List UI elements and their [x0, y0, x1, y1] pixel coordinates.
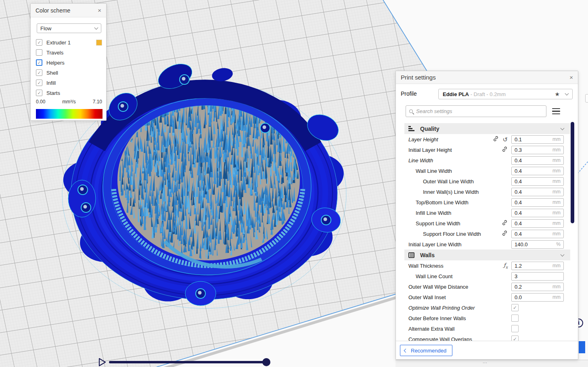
setting-value-field[interactable]: 1.2mm	[511, 262, 564, 270]
setting-row-optimize-wall-printing-order: Optimize Wall Printing Order✓	[404, 302, 570, 313]
close-icon[interactable]: ×	[569, 74, 573, 80]
legend-checkbox[interactable]: ✓	[36, 69, 42, 76]
recommended-button[interactable]: Recommended	[400, 345, 452, 356]
settings-scrollbar[interactable]	[571, 122, 574, 223]
setting-value-field[interactable]: 0.0mm	[511, 293, 564, 302]
legend-label: Extruder 1	[46, 40, 71, 46]
setting-unit: %	[556, 241, 561, 247]
setting-value: 0.4	[515, 210, 522, 216]
setting-row-line-width: Line Width0.4mm	[404, 155, 570, 166]
setting-value: 0.4	[515, 220, 522, 226]
setting-row-inner-wall-s-line-width: Inner Wall(s) Line Width0.4mm	[404, 187, 570, 197]
setting-row-alternate-extra-wall: Alternate Extra Wall	[404, 323, 570, 334]
category-header-quality[interactable]: Quality	[404, 123, 570, 134]
legend-label: Starts	[46, 90, 60, 96]
setting-label: Outer Wall Inset	[404, 294, 446, 300]
setting-row-outer-before-inner-walls: Outer Before Inner Walls	[404, 313, 570, 323]
setting-value: 0.4	[515, 189, 522, 195]
setting-value: 0.4	[515, 168, 522, 174]
category-title: Quality	[420, 126, 439, 132]
setting-row-outer-wall-line-width: Outer Wall Line Width0.4mm	[404, 176, 570, 187]
setting-row-layer-height: Layer Height↺0.1mm	[404, 134, 570, 145]
legend-label: Infill	[46, 80, 56, 86]
setting-value: 0.2	[515, 284, 522, 290]
legend-label: Shell	[46, 70, 58, 76]
setting-value-field[interactable]: 0.4mm	[511, 188, 564, 196]
profile-name: Eddie PLA	[443, 91, 469, 97]
legend-checkbox[interactable]	[36, 49, 42, 56]
setting-value-field[interactable]: 0.4mm	[511, 198, 564, 207]
setting-value-field[interactable]: 0.4mm	[511, 177, 564, 186]
setting-checkbox[interactable]	[511, 325, 519, 332]
setting-value-field[interactable]: 0.1mm	[511, 135, 564, 144]
chevron-down-icon	[565, 92, 569, 96]
setting-unit: mm	[552, 147, 561, 153]
link-icon[interactable]	[493, 136, 499, 143]
setting-checkbox[interactable]	[511, 315, 519, 322]
recommended-label: Recommended	[411, 348, 446, 354]
setting-value-field[interactable]: 0.4mm	[511, 230, 564, 238]
bottom-strip: ⋯	[395, 360, 588, 367]
star-icon[interactable]: ★	[555, 91, 560, 97]
setting-value: 1.2	[515, 263, 522, 269]
setting-label: Outer Wall Wipe Distance	[404, 284, 468, 290]
profile-dropdown[interactable]: Eddie PLA - Draft - 0.2mm ★	[438, 89, 573, 99]
revert-icon[interactable]: ↺	[502, 136, 508, 143]
drag-handle-dots[interactable]: ⋯	[483, 360, 488, 365]
legend-checkbox[interactable]: ✓	[36, 80, 42, 86]
flow-scale-labels: 0.00 mm³/s 7.10	[36, 99, 102, 105]
setting-label: Support Floor Line Width	[404, 231, 481, 237]
legend-row-starts: ✓Starts	[36, 89, 102, 97]
color-scheme-header: Color scheme ×	[31, 4, 106, 17]
setting-value-field[interactable]: 0.3mm	[511, 146, 564, 154]
search-box	[406, 105, 546, 117]
setting-value-field[interactable]: 0.4mm	[511, 209, 564, 217]
extruder-color-swatch[interactable]	[96, 40, 102, 46]
setting-value-field[interactable]: 140.0%	[511, 240, 564, 249]
setting-row-support-line-width: Support Line Width0.4mm	[404, 218, 570, 229]
setting-value-field[interactable]: 3	[511, 272, 564, 281]
playback-slider-handle[interactable]	[262, 358, 270, 366]
setting-label: Infill Line Width	[404, 210, 451, 216]
action-button-fragment	[579, 341, 585, 353]
setting-value: 3	[515, 273, 517, 279]
settings-menu-icon[interactable]	[552, 108, 560, 114]
fx-icon: ƒx	[504, 262, 508, 269]
legend-checkbox[interactable]: ✓	[36, 59, 42, 66]
search-input[interactable]	[416, 108, 543, 114]
close-icon[interactable]: ×	[98, 7, 101, 13]
setting-label: Line Width	[404, 157, 433, 164]
setting-unit: mm	[552, 199, 561, 205]
setting-label: Top/Bottom Line Width	[404, 199, 469, 206]
setting-row-outer-wall-inset: Outer Wall Inset0.0mm	[404, 292, 570, 302]
setting-value-field[interactable]: 0.2mm	[511, 283, 564, 291]
chevron-down-icon	[561, 126, 565, 130]
legend-row-shell: ✓Shell	[36, 69, 102, 77]
setting-value-field[interactable]: 0.4mm	[511, 156, 564, 165]
setting-value: 0.0	[515, 294, 522, 300]
setting-row-wall-line-count: Wall Line Count3	[404, 271, 570, 281]
color-scheme-dropdown[interactable]: Flow	[37, 23, 101, 33]
color-scheme-panel: Color scheme × Flow ✓Extruder 1Travels✓H…	[30, 3, 107, 121]
setting-value: 0.4	[515, 157, 522, 164]
setting-value: 0.4	[515, 199, 522, 206]
setting-value-field[interactable]: 0.4mm	[511, 167, 564, 175]
setting-label: Outer Before Inner Walls	[404, 315, 466, 321]
setting-unit: mm	[552, 294, 561, 300]
setting-row-initial-layer-height: Initial Layer Height0.3mm	[404, 145, 570, 155]
setting-value-field[interactable]: 0.4mm	[511, 219, 564, 228]
play-button[interactable]	[99, 359, 105, 366]
category-header-walls[interactable]: Walls	[404, 250, 570, 260]
legend-checkbox[interactable]: ✓	[36, 90, 42, 96]
link-icon[interactable]	[502, 230, 508, 238]
setting-checkbox[interactable]: ✓	[511, 304, 519, 311]
setting-label: Inner Wall(s) Line Width	[404, 189, 479, 195]
setting-value: 140.0	[515, 241, 528, 247]
edge-toolbar-fragment	[585, 94, 588, 103]
setting-row-infill-line-width: Infill Line Width0.4mm	[404, 208, 570, 218]
legend-checkbox[interactable]: ✓	[36, 39, 42, 46]
link-icon[interactable]	[502, 220, 508, 227]
category-title: Walls	[420, 252, 435, 258]
link-icon[interactable]	[502, 146, 508, 154]
setting-value: 0.4	[515, 178, 522, 185]
